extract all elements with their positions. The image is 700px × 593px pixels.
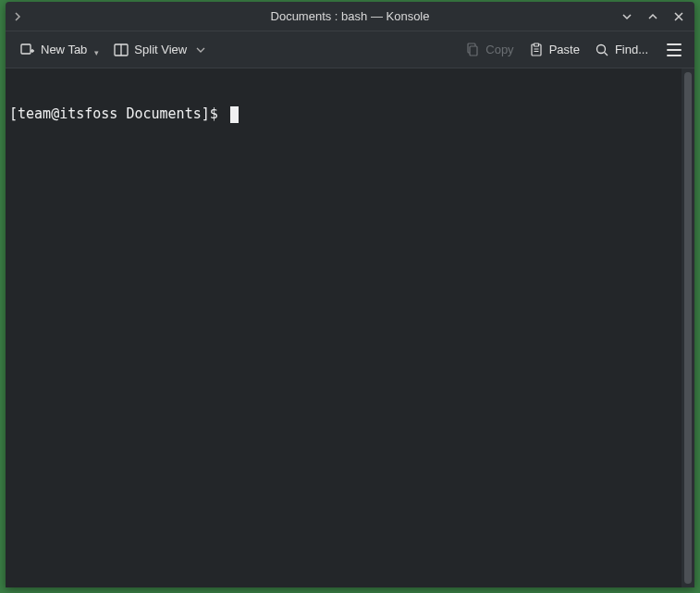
find-label: Find... — [615, 43, 648, 56]
svg-line-10 — [604, 52, 608, 56]
copy-label: Copy — [485, 43, 513, 56]
vertical-scrollbar[interactable] — [682, 68, 694, 587]
konsole-window: Documents : bash — Konsole New Tab ▾ — [6, 2, 694, 587]
split-view-button[interactable]: Split View — [108, 39, 211, 61]
svg-point-9 — [596, 44, 605, 53]
paste-label: Paste — [549, 43, 580, 56]
terminal-app-icon — [13, 9, 28, 24]
scrollbar-thumb[interactable] — [684, 72, 692, 584]
hamburger-menu-button[interactable] — [663, 39, 685, 61]
chevron-down-icon — [196, 45, 205, 55]
maximize-button[interactable] — [645, 8, 661, 25]
paste-button[interactable]: Paste — [523, 39, 585, 61]
copy-icon — [465, 43, 480, 57]
new-tab-button[interactable]: New Tab ▾ — [15, 39, 104, 61]
copy-button: Copy — [460, 39, 519, 61]
chevron-down-icon: ▾ — [94, 48, 99, 57]
paste-icon — [529, 43, 544, 57]
terminal-cursor — [230, 106, 239, 123]
svg-rect-0 — [21, 44, 31, 54]
shell-prompt: [team@itsfoss Documents]$ — [9, 105, 227, 124]
new-tab-icon — [20, 43, 35, 57]
find-button[interactable]: Find... — [589, 39, 654, 61]
window-controls — [619, 8, 687, 25]
prompt-line: [team@itsfoss Documents]$ — [9, 105, 678, 124]
new-tab-label: New Tab — [41, 43, 87, 56]
minimize-button[interactable] — [619, 8, 635, 25]
toolbar: New Tab ▾ Split View Co — [6, 31, 694, 68]
svg-rect-4 — [470, 46, 477, 56]
titlebar[interactable]: Documents : bash — Konsole — [6, 2, 694, 31]
split-view-icon — [114, 43, 129, 57]
terminal[interactable]: [team@itsfoss Documents]$ — [6, 68, 682, 587]
search-icon — [595, 43, 609, 57]
terminal-area: [team@itsfoss Documents]$ — [6, 68, 694, 587]
svg-rect-6 — [534, 43, 538, 46]
window-title: Documents : bash — Konsole — [271, 9, 430, 23]
split-view-label: Split View — [134, 43, 187, 56]
close-button[interactable] — [670, 8, 687, 25]
